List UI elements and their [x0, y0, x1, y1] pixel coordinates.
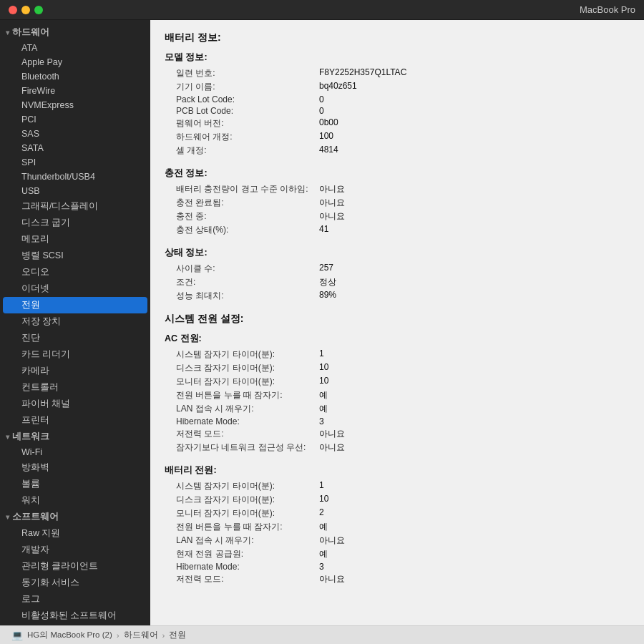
sidebar-item-storage[interactable]: 저장 장치: [3, 313, 147, 330]
sidebar-item-thunderbolt[interactable]: Thunderbolt/USB4: [3, 170, 147, 184]
battery-label-5: 현재 전원 공급원:: [176, 548, 319, 560]
sidebar-section-software[interactable]: ▾ 소프트웨어: [0, 509, 150, 525]
ac-row-7: 잠자기보다 네트워크 접근성 우선: 아니요: [165, 441, 630, 454]
sidebar-item-camera[interactable]: 카메라: [3, 363, 147, 379]
sidebar-item-developer[interactable]: 개발자: [3, 542, 147, 558]
charge-info-group: 충전 정보: 배터리 충전량이 경고 수준 이하임: 아니요 충전 완료됨: 아…: [165, 167, 630, 237]
ac-value-7: 아니요: [319, 441, 345, 454]
network-items: Wi-Fi 방화벽 볼륨 워치: [0, 445, 150, 509]
ac-value-5: 3: [319, 416, 324, 426]
sidebar-item-spi[interactable]: SPI: [3, 155, 147, 170]
battery-row-6: Hibernate Mode: 3: [165, 561, 630, 572]
model-row-4: 펌웨어 버전: 0b00: [165, 117, 630, 130]
ac-label-7: 잠자기보다 네트워크 접근성 우선:: [176, 441, 319, 454]
sidebar-item-nvmexpress[interactable]: NVMExpress: [3, 98, 147, 112]
battery-row-3: 전원 버튼을 누를 때 잠자기: 예: [165, 520, 630, 534]
network-section-label: 네트워크: [12, 431, 49, 443]
close-button[interactable]: [9, 6, 17, 14]
sidebar-item-fiber[interactable]: 파이버 채널: [3, 396, 147, 412]
maximize-button[interactable]: [34, 6, 43, 14]
sidebar-item-ata[interactable]: ATA: [3, 41, 147, 55]
ac-value-4: 예: [319, 403, 328, 415]
sidebar-item-diagnosis[interactable]: 진단: [3, 330, 147, 346]
sidebar-item-raw[interactable]: Raw 지원: [3, 525, 147, 542]
content-area: 배터리 정보: 모델 정보: 일련 번호: F8Y2252H357Q1LTAC …: [150, 20, 644, 625]
status-value-2: 89%: [319, 290, 336, 302]
breadcrumb-part-2: 전원: [169, 630, 186, 640]
charge-label-3: 충전 상태(%):: [176, 224, 319, 236]
window-controls[interactable]: [9, 6, 43, 14]
breadcrumb-sep-1: ›: [162, 631, 165, 640]
charge-value-3: 41: [319, 224, 328, 236]
breadcrumb-bar: 💻 HG의 MacBook Pro (2) › 하드웨어 › 전원: [0, 625, 644, 644]
ac-row-6: 저전력 모드: 아니요: [165, 427, 630, 441]
model-row-3: PCB Lot Code: 0: [165, 105, 630, 117]
title-bar: MacBook Pro: [0, 0, 644, 20]
charge-label-2: 충전 중:: [176, 210, 319, 223]
model-row-6: 셀 개정: 4814: [165, 144, 630, 157]
sidebar-section-network[interactable]: ▾ 네트워크: [0, 429, 150, 445]
sidebar-item-disk[interactable]: 디스크 굽기: [3, 215, 147, 231]
hardware-section-label: 하드웨어: [12, 26, 49, 39]
window-title: MacBook Pro: [580, 4, 635, 15]
ac-value-3: 예: [319, 389, 328, 401]
sidebar-item-ethernet[interactable]: 이더넷: [3, 280, 147, 297]
sidebar-section-hardware[interactable]: ▾ 하드웨어: [0, 24, 150, 41]
sidebar-item-card-reader[interactable]: 카드 리더기: [3, 346, 147, 363]
status-label-2: 성능 최대치:: [176, 290, 319, 302]
sidebar-item-sata[interactable]: SATA: [3, 141, 147, 155]
ac-value-0: 1: [319, 348, 324, 361]
ac-row-5: Hibernate Mode: 3: [165, 416, 630, 427]
sidebar-item-scsi[interactable]: 병렬 SCSI: [3, 248, 147, 264]
charge-value-0: 아니요: [319, 183, 345, 195]
sidebar-item-wifi[interactable]: Wi-Fi: [3, 445, 147, 459]
charge-label-1: 충전 완료됨:: [176, 197, 319, 209]
charge-value-1: 아니요: [319, 197, 345, 209]
model-row-2: Pack Lot Code: 0: [165, 94, 630, 105]
battery-label-3: 전원 버튼을 누를 때 잠자기:: [176, 521, 319, 533]
model-label-4: 펌웨어 버전:: [176, 117, 319, 130]
sidebar-item-controller[interactable]: 컨트롤러: [3, 379, 147, 396]
charge-row-0: 배터리 충전량이 경고 수준 이하임: 아니요: [165, 182, 630, 196]
model-row-0: 일련 번호: F8Y2252H357Q1LTAC: [165, 67, 630, 80]
breadcrumb-part-1: 하드웨어: [124, 630, 158, 640]
ac-label-2: 모니터 잠자기 타이머(분):: [176, 376, 319, 388]
status-label-1: 조건:: [176, 276, 319, 288]
sidebar-item-memory[interactable]: 메모리: [3, 231, 147, 248]
status-value-0: 257: [319, 263, 333, 275]
battery-label-1: 디스크 잠자기 타이머(분):: [176, 494, 319, 506]
hardware-items: ATA Apple Pay Bluetooth FireWire NVMExpr…: [0, 41, 150, 429]
battery-row-5: 현재 전원 공급원: 예: [165, 547, 630, 561]
sidebar-item-firewall[interactable]: 방화벽: [3, 459, 147, 476]
sidebar-item-bluetooth[interactable]: Bluetooth: [3, 69, 147, 84]
sidebar-item-usb[interactable]: USB: [3, 184, 147, 198]
sidebar-item-power[interactable]: 전원: [3, 297, 147, 313]
status-value-1: 정상: [319, 276, 336, 288]
sidebar-item-log[interactable]: 로그: [3, 591, 147, 608]
model-label-6: 셀 개정:: [176, 145, 319, 157]
sidebar-item-apple-pay[interactable]: Apple Pay: [3, 55, 147, 69]
sidebar-item-firewire[interactable]: FireWire: [3, 84, 147, 98]
sidebar-item-managed-client[interactable]: 관리형 클라이언트: [3, 558, 147, 575]
ac-row-3: 전원 버튼을 누를 때 잠자기: 예: [165, 389, 630, 402]
minimize-button[interactable]: [21, 6, 30, 14]
sidebar-item-audio[interactable]: 오디오: [3, 264, 147, 280]
ac-row-4: LAN 접속 시 깨우기: 예: [165, 402, 630, 416]
sidebar-item-sas[interactable]: SAS: [3, 127, 147, 141]
sidebar-item-deprecated[interactable]: 비활성화된 소프트웨어: [3, 608, 147, 624]
charge-value-2: 아니요: [319, 210, 345, 223]
main-title: 배터리 정보:: [165, 31, 630, 44]
sidebar-item-watch[interactable]: 워치: [3, 492, 147, 509]
battery-row-0: 시스템 잠자기 타이머(분): 1: [165, 479, 630, 493]
model-label-2: Pack Lot Code:: [176, 94, 319, 104]
status-row-1: 조건: 정상: [165, 275, 630, 289]
sidebar-item-pci[interactable]: PCI: [3, 112, 147, 127]
sidebar-item-graphics[interactable]: 그래픽/디스플레이: [3, 198, 147, 215]
model-label-0: 일련 번호:: [176, 67, 319, 79]
ac-section-title: AC 전원:: [165, 333, 630, 345]
sidebar-item-volume[interactable]: 볼륨: [3, 476, 147, 492]
sidebar-item-sync[interactable]: 동기화 서비스: [3, 575, 147, 591]
status-row-0: 사이클 수: 257: [165, 262, 630, 275]
sidebar-item-printer[interactable]: 프린터: [3, 412, 147, 429]
ac-power-group: AC 전원: 시스템 잠자기 타이머(분): 1 디스크 잠자기 타이머(분):…: [165, 333, 630, 454]
